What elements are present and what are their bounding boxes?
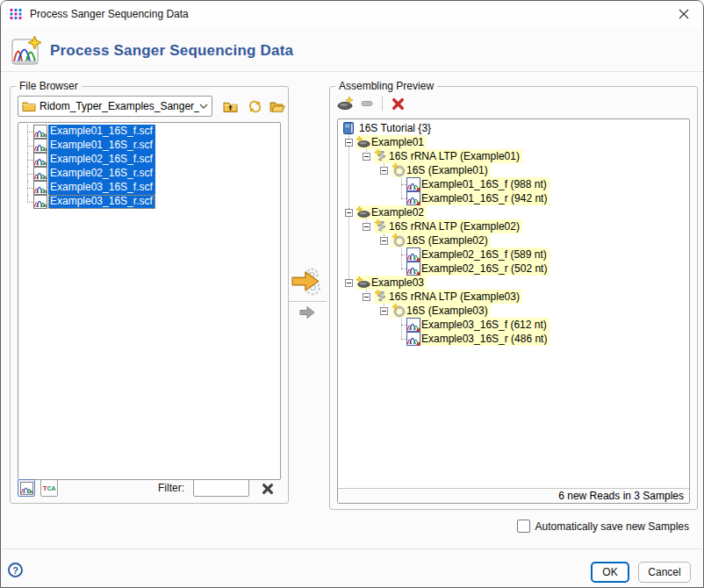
chromatogram-toggle-icon [20, 482, 33, 495]
read-icon [406, 177, 420, 191]
file-browser-label: File Browser [16, 80, 82, 92]
collapse-toggle[interactable] [380, 167, 388, 175]
tree-row-target[interactable]: 16S rRNA LTP (Example01) [340, 149, 687, 163]
tree-row-project[interactable]: 16S Tutorial {3} [340, 121, 687, 135]
read-icon [406, 318, 420, 332]
clear-filter-icon [262, 483, 274, 495]
transfer-divider [288, 301, 327, 302]
collapse-toggle[interactable] [363, 293, 370, 301]
collapse-toggle[interactable] [363, 223, 370, 231]
sequence-text-toggle[interactable]: TCA [40, 479, 58, 497]
file-browser-group: File Browser Ridom_Typer_Examples_Sanger… [10, 86, 289, 504]
sample-label: Example03 [371, 276, 424, 290]
tree-row-read[interactable]: Example02_16S_r (502 nt) [340, 262, 687, 276]
delete-button[interactable] [387, 95, 408, 112]
filter-input[interactable] [193, 479, 249, 497]
collapse-toggle[interactable] [380, 307, 388, 315]
auto-save-option: Automatically save new Samples [517, 520, 689, 533]
file-name: Example02_16S_f.scf [48, 153, 155, 167]
tree-row-locus[interactable]: 16S (Example01) [340, 163, 687, 177]
window-title: Process Sanger Sequencing Data [30, 8, 189, 20]
directory-dropdown[interactable]: Ridom_Typer_Examples_Sanger_16S/ [18, 96, 212, 117]
directory-path: Ridom_Typer_Examples_Sanger_16S/ [40, 100, 199, 112]
tree-row-target[interactable]: 16S rRNA LTP (Example02) [340, 219, 687, 233]
chromatogram-view-toggle[interactable] [18, 479, 35, 497]
locus-label: 16S (Example01) [406, 163, 488, 177]
preview-tree-panel: 16S Tutorial {3} Example01 16S rRNA LTP … [337, 118, 690, 504]
file-row[interactable]: Example03_16S_f.scf [21, 181, 280, 195]
cancel-button[interactable]: Cancel [638, 562, 691, 583]
clear-filter-button[interactable] [260, 481, 276, 497]
tree-row-sample[interactable]: Example01 [340, 135, 687, 149]
help-button[interactable]: ? [8, 563, 23, 577]
file-name: Example01_16S_r.scf [48, 139, 155, 153]
ok-button[interactable]: OK [591, 562, 629, 583]
read-label: Example03_16S_f (612 nt) [421, 318, 547, 332]
folder-icon [22, 99, 36, 113]
collapse-toggle[interactable] [345, 139, 353, 147]
read-label: Example02_16S_r (502 nt) [421, 262, 547, 276]
tree-row-locus[interactable]: 16S (Example02) [340, 233, 687, 247]
tree-connector [21, 167, 33, 181]
header-divider [1, 71, 703, 72]
file-row[interactable]: Example01_16S_r.scf [21, 139, 280, 153]
toolbar-divider [382, 97, 383, 111]
tree-connector [21, 181, 33, 195]
close-button[interactable] [664, 1, 703, 27]
add-files-button[interactable] [298, 305, 317, 319]
scf-file-icon [33, 167, 47, 181]
sample-label: Example01 [371, 135, 424, 149]
sample-icon [356, 276, 370, 290]
scf-file-icon [33, 153, 47, 167]
file-row[interactable]: Example02_16S_f.scf [21, 153, 280, 167]
gene-icon [374, 290, 388, 304]
read-icon [406, 191, 420, 205]
tree-row-locus[interactable]: 16S (Example03) [340, 304, 687, 318]
tree-row-sample[interactable]: Example03 [340, 276, 687, 290]
scf-file-icon [33, 125, 47, 139]
collapse-toggle[interactable] [380, 237, 388, 245]
assembling-preview-label: Assembling Preview [335, 80, 437, 92]
file-name: Example01_16S_f.scf [48, 125, 155, 139]
folder-up-button[interactable] [219, 97, 241, 116]
sample-icon [356, 135, 370, 149]
file-row[interactable]: Example02_16S_r.scf [21, 167, 280, 181]
tree-row-target[interactable]: 16S rRNA LTP (Example03) [340, 290, 687, 304]
collapse-toggle[interactable] [345, 209, 353, 217]
close-icon [679, 9, 689, 19]
tree-connector [21, 125, 33, 139]
folder-open-icon [269, 98, 285, 114]
preview-tree[interactable]: 16S Tutorial {3} Example01 16S rRNA LTP … [340, 121, 687, 486]
target-label: 16S rRNA LTP (Example02) [389, 219, 520, 233]
chromatogram-logo-icon [11, 36, 41, 66]
file-row[interactable]: Example01_16S_f.scf [21, 125, 280, 139]
read-label: Example03_16S_r (486 nt) [421, 332, 547, 346]
auto-save-checkbox[interactable] [517, 520, 530, 533]
sample-label: Example02 [371, 205, 424, 219]
preview-toolbar [335, 94, 408, 113]
tree-connector [21, 195, 33, 209]
tree-row-read[interactable]: Example01_16S_f (988 nt) [340, 177, 687, 191]
file-list[interactable]: Example01_16S_f.scf Example01_16S_r.scf … [18, 122, 281, 480]
tree-row-read[interactable]: Example02_16S_f (589 nt) [340, 247, 687, 262]
tree-row-sample[interactable]: Example02 [340, 205, 687, 219]
filter-label: Filter: [158, 482, 184, 494]
tree-row-read[interactable]: Example03_16S_r (486 nt) [340, 332, 687, 346]
read-label: Example01_16S_r (942 nt) [421, 191, 547, 205]
file-row[interactable]: Example03_16S_r.scf [21, 195, 280, 209]
process-files-button[interactable] [290, 265, 323, 298]
read-icon [406, 332, 420, 346]
title-bar: Process Sanger Sequencing Data [1, 1, 703, 27]
assembling-preview-group: Assembling Preview 16S Tutorial {3} [329, 86, 698, 510]
tree-row-read[interactable]: Example03_16S_f (612 nt) [340, 318, 687, 332]
footer-divider [2, 549, 702, 549]
collapse-toggle[interactable] [345, 279, 353, 287]
collapse-toggle[interactable] [363, 153, 370, 161]
refresh-button[interactable] [244, 97, 265, 116]
read-icon [406, 262, 420, 276]
tree-row-read[interactable]: Example01_16S_r (942 nt) [340, 191, 687, 205]
remove-sample-button-disabled[interactable] [356, 95, 377, 112]
add-sample-button[interactable] [335, 95, 356, 112]
project-book-icon [341, 121, 356, 135]
open-folder-button[interactable] [267, 97, 288, 116]
